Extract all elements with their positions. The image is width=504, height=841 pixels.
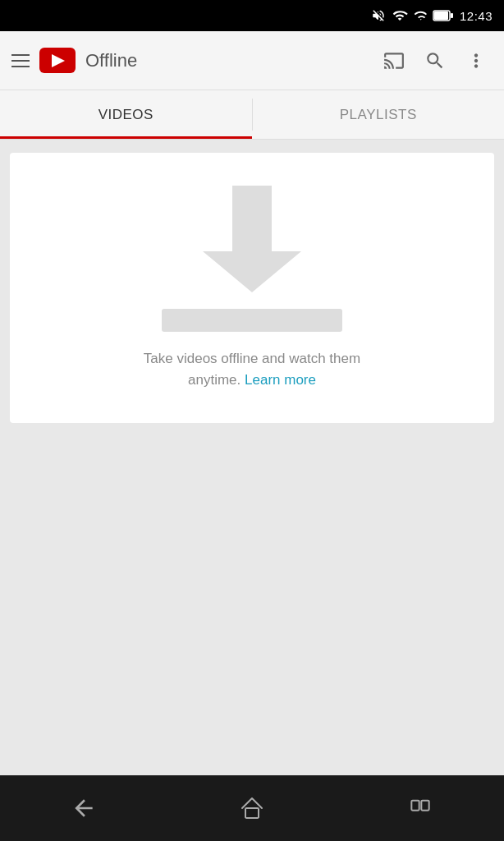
hamburger-menu-button[interactable] <box>11 54 30 67</box>
status-time: 12:43 <box>460 9 493 23</box>
youtube-logo <box>39 48 76 73</box>
mute-icon <box>371 8 386 23</box>
home-button[interactable] <box>227 784 277 833</box>
battery-icon <box>433 10 454 21</box>
recents-button[interactable] <box>396 784 445 833</box>
placeholder-bar <box>162 309 342 332</box>
svg-rect-3 <box>245 808 259 818</box>
more-options-button[interactable] <box>460 44 493 77</box>
cast-icon <box>383 50 405 71</box>
more-vert-icon <box>465 50 487 71</box>
arrow-body <box>232 186 272 251</box>
hamburger-line-3 <box>11 66 30 67</box>
home-icon <box>239 795 265 821</box>
hamburger-line-1 <box>11 54 30 56</box>
learn-more-link[interactable]: Learn more <box>245 372 316 388</box>
signal-icon <box>414 8 427 23</box>
tabs-bar: Videos Playlists <box>0 90 504 140</box>
status-bar: 12:43 <box>0 0 504 31</box>
empty-message-line1: Take videos offline and watch them <box>144 351 360 366</box>
tab-playlists-label: Playlists <box>340 107 417 123</box>
tab-videos[interactable]: Videos <box>0 90 252 139</box>
status-icons: 12:43 <box>371 8 493 23</box>
app-bar: Offline <box>0 31 504 90</box>
search-icon <box>424 50 446 71</box>
arrow-head <box>203 251 301 292</box>
wifi-icon <box>392 8 408 23</box>
tab-videos-label: Videos <box>99 107 153 123</box>
app-title: Offline <box>85 50 368 71</box>
search-button[interactable] <box>419 44 451 77</box>
tab-playlists[interactable]: Playlists <box>253 90 505 139</box>
cast-button[interactable] <box>378 44 410 77</box>
empty-state-card: Take videos offline and watch them anyti… <box>10 153 494 423</box>
play-triangle-icon <box>52 54 65 67</box>
svg-rect-4 <box>411 801 419 811</box>
empty-message-line2: anytime. <box>188 372 241 388</box>
back-icon <box>71 795 97 821</box>
svg-rect-2 <box>451 13 453 18</box>
recents-icon <box>407 795 433 821</box>
svg-rect-1 <box>434 11 448 20</box>
navigation-bar <box>0 775 504 841</box>
svg-rect-5 <box>421 801 428 811</box>
main-content: Take videos offline and watch them anyti… <box>0 140 504 775</box>
hamburger-line-2 <box>11 60 30 62</box>
back-button[interactable] <box>59 784 108 833</box>
download-illustration <box>203 186 301 292</box>
app-bar-actions <box>378 44 493 77</box>
empty-state-text: Take videos offline and watch them anyti… <box>144 348 360 390</box>
